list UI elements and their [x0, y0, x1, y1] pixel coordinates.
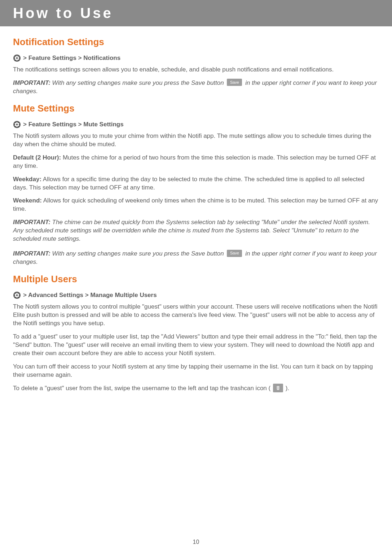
- spacer: [13, 398, 379, 517]
- label-weekend: Weekend:: [13, 197, 42, 204]
- important-label: IMPORTANT:: [13, 250, 50, 257]
- important-text: The chime can be muted quickly from the …: [13, 219, 370, 242]
- paragraph: To add a "guest" user to your multiple u…: [13, 333, 379, 358]
- paragraph: The Notifi system allows you to control …: [13, 303, 379, 328]
- important-text-a: With any setting changes make sure you p…: [50, 79, 226, 86]
- important-note: IMPORTANT: With any setting changes make…: [13, 250, 379, 266]
- breadcrumb-text: > Feature Settings > Notifications: [23, 54, 120, 62]
- important-label: IMPORTANT:: [13, 79, 50, 86]
- save-icon-label: Save: [230, 80, 239, 85]
- important-label: IMPORTANT:: [13, 219, 50, 226]
- text-delete-b: ).: [284, 385, 289, 392]
- breadcrumb-mute: > Feature Settings > Mute Settings: [13, 121, 379, 128]
- save-icon-label: Save: [230, 250, 239, 256]
- save-icon: Save: [227, 79, 242, 86]
- text-weekday: Allows for a specific time during the da…: [13, 176, 365, 191]
- svg-point-0: [13, 54, 21, 62]
- heading-multiple-users: Multiple Users: [13, 274, 379, 285]
- svg-point-2: [13, 292, 21, 299]
- trashcan-icon: [273, 384, 283, 392]
- paragraph: The Notifi system allows you to mute you…: [13, 132, 379, 149]
- breadcrumb-text: > Feature Settings > Mute Settings: [23, 121, 124, 128]
- important-note: IMPORTANT: With any setting changes make…: [13, 79, 379, 96]
- text-delete-a: To delete a "guest" user from the list, …: [13, 385, 272, 392]
- page-number: 10: [0, 517, 392, 550]
- svg-point-1: [13, 121, 21, 128]
- content: Notification Settings > Feature Settings…: [0, 26, 392, 517]
- important-note: IMPORTANT: The chime can be muted quickl…: [13, 218, 379, 243]
- heading-notification-settings: Notification Settings: [13, 36, 379, 48]
- banner: How to Use: [0, 0, 392, 26]
- text-weekend: Allows for quick scheduling of weekend o…: [13, 197, 378, 212]
- breadcrumb-users: > Advanced Settings > Manage Multiple Us…: [13, 291, 379, 299]
- paragraph: The notifications settings screen allows…: [13, 66, 379, 74]
- breadcrumb-text: > Advanced Settings > Manage Multiple Us…: [23, 292, 157, 299]
- paragraph-delete: To delete a "guest" user from the list, …: [13, 384, 379, 393]
- heading-mute-settings: Mute Settings: [13, 103, 379, 114]
- banner-title: How to Use: [13, 5, 113, 21]
- important-text-a: With any setting changes make sure you p…: [50, 250, 226, 257]
- gear-icon: [13, 54, 21, 62]
- paragraph: You can turn off their access to your No…: [13, 363, 379, 379]
- paragraph-weekend: Weekend: Allows for quick scheduling of …: [13, 197, 379, 213]
- gear-icon: [13, 121, 21, 128]
- paragraph-default: Default (2 Hour): Mutes the chime for a …: [13, 154, 379, 170]
- paragraph-weekday: Weekday: Allows for a specific time duri…: [13, 175, 379, 192]
- label-weekday: Weekday:: [13, 176, 41, 183]
- label-default: Default (2 Hour):: [13, 154, 61, 161]
- page-root: How to Use Notification Settings > Featu…: [0, 0, 392, 550]
- gear-icon: [13, 291, 21, 299]
- breadcrumb-notifications: > Feature Settings > Notifications: [13, 54, 379, 62]
- text-default: Mutes the chime for a period of two hour…: [13, 154, 376, 169]
- save-icon: Save: [227, 250, 242, 257]
